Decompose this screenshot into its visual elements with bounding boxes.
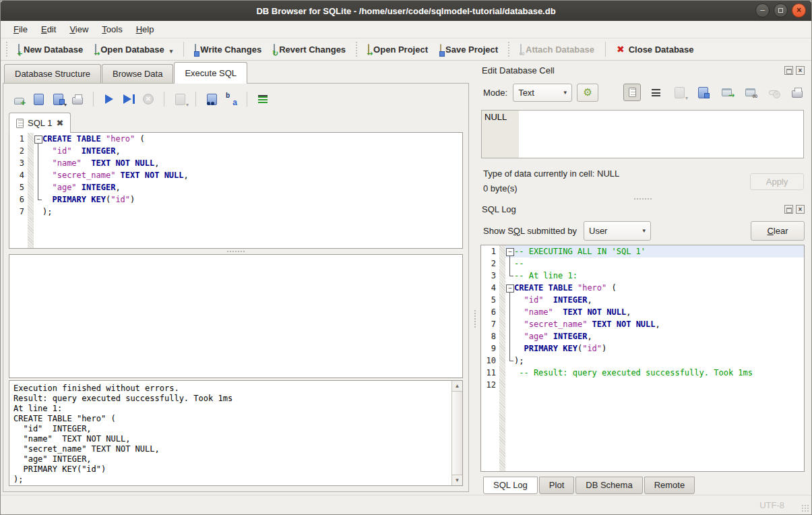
toolbar-drag-handle[interactable] (507, 42, 511, 57)
fold-marker-icon[interactable] (34, 133, 42, 145)
vertical-splitter[interactable] (472, 61, 478, 495)
resize-grip[interactable] (802, 505, 809, 512)
tab-remote[interactable]: Remote (644, 477, 695, 494)
close-icon[interactable]: × (792, 3, 806, 18)
link-button[interactable]: ∞ (741, 84, 759, 101)
edit-cell-dock-header[interactable]: Edit Database Cell × (479, 63, 806, 78)
encoding-indicator[interactable]: UTF-8 (759, 500, 784, 510)
open-database-button[interactable]: → Open Database ▾ (89, 42, 179, 57)
sql-log-view[interactable]: 1-- EXECUTING ALL IN 'SQL 1'2--3-- At li… (480, 245, 805, 472)
import-data-button[interactable]: ▾ (670, 84, 688, 101)
sql-log-dock-header[interactable]: SQL Log × (479, 202, 806, 216)
stop-icon: ✕ (143, 94, 154, 104)
open-external-button[interactable]: → (718, 84, 735, 101)
save-results-button[interactable]: ▾ (171, 90, 189, 108)
code-line[interactable]: 4 "secret_name" TEXT NOT NULL, (9, 169, 462, 181)
toolbar-drag-handle[interactable] (5, 42, 9, 57)
close-dock-icon[interactable]: × (796, 66, 805, 75)
print-sql-button[interactable] (69, 90, 86, 108)
format-sql-button[interactable] (254, 90, 272, 108)
scroll-up-icon[interactable]: ▲ (452, 381, 462, 391)
execute-current-line-button[interactable] (120, 90, 137, 108)
write-changes-icon (195, 44, 196, 55)
save-sql-file-button[interactable]: ▾ (49, 90, 67, 108)
float-dock-icon[interactable] (784, 66, 793, 75)
clear-log-button[interactable]: Clear (751, 221, 805, 241)
code-line[interactable]: 4CREATE TABLE "hero" ( (481, 282, 804, 294)
word-wrap-button[interactable] (647, 84, 664, 101)
float-dock-icon[interactable] (784, 205, 793, 214)
export-data-button[interactable] (694, 84, 712, 101)
code-line[interactable]: 12 (481, 379, 804, 391)
tab-browse-data[interactable]: Browse Data (102, 64, 173, 83)
vertical-scrollbar[interactable]: ▲ ▼ (451, 381, 462, 485)
stop-execution-button[interactable]: ✕ (139, 90, 157, 108)
horizontal-splitter[interactable] (9, 249, 463, 254)
tab-sql-log[interactable]: SQL Log (483, 477, 538, 494)
close-database-button[interactable]: ✖ Close Database (611, 41, 700, 57)
minimize-icon[interactable]: – (755, 3, 770, 18)
new-sql-tab-button[interactable]: + (10, 90, 28, 108)
tab-plot[interactable]: Plot (539, 477, 574, 494)
execution-log-pane[interactable]: Execution finished without errors. Resul… (9, 380, 463, 486)
set-null-button[interactable] (765, 84, 782, 101)
code-line[interactable]: 2-- (481, 258, 804, 270)
code-line[interactable]: 1-- EXECUTING ALL IN 'SQL 1' (481, 245, 804, 258)
tab-db-schema[interactable]: DB Schema (575, 477, 642, 494)
scroll-down-icon[interactable]: ▼ (452, 475, 462, 485)
menu-view[interactable]: View (63, 22, 94, 36)
code-line[interactable]: 8 "age" INTEGER, (481, 330, 804, 342)
sql-doc-tab[interactable]: SQL 1 ✖ (9, 113, 71, 133)
scrollbar-thumb[interactable] (452, 391, 462, 475)
open-project-button[interactable]: → Open Project (362, 42, 434, 57)
replace-button[interactable]: ba (222, 90, 240, 108)
tab-execute-sql[interactable]: Execute SQL (174, 62, 247, 84)
revert-changes-button[interactable]: ↻ Revert Changes (268, 42, 352, 57)
dropdown-caret-icon[interactable]: ▾ (170, 48, 173, 55)
write-changes-button[interactable]: Write Changes (189, 42, 268, 57)
mode-select[interactable]: Text ▾ (513, 84, 572, 102)
code-line[interactable]: 5 "id" INTEGER, (481, 294, 804, 306)
text-mode-button[interactable] (623, 84, 641, 101)
code-line[interactable]: 3 "name" TEXT NOT NULL, (9, 157, 462, 169)
menu-help[interactable]: Help (130, 22, 160, 36)
cell-value-editor[interactable]: NULL (481, 110, 804, 158)
maximize-icon[interactable] (774, 3, 788, 18)
open-sql-file-button[interactable] (30, 90, 47, 108)
close-dock-icon[interactable]: × (796, 205, 805, 214)
find-button[interactable] (203, 90, 220, 108)
fold-marker-icon[interactable] (505, 282, 514, 294)
code-line[interactable]: 1CREATE TABLE "hero" ( (9, 133, 462, 145)
auto-switch-mode-button[interactable]: ⚙ (577, 84, 598, 102)
new-database-button[interactable]: + New Database (12, 42, 89, 57)
code-line[interactable]: 7); (9, 206, 462, 218)
code-line[interactable]: 3-- At line 1: (481, 270, 804, 282)
menu-edit[interactable]: Edit (35, 22, 62, 36)
dropdown-caret-icon[interactable]: ▾ (64, 102, 67, 108)
fold-marker-icon[interactable] (505, 245, 514, 258)
submitted-by-select[interactable]: User ▾ (584, 221, 651, 241)
code-line[interactable]: 9 PRIMARY KEY("id") (481, 342, 804, 355)
tab-database-structure[interactable]: Database Structure (4, 64, 101, 83)
menu-tools[interactable]: Tools (96, 22, 128, 36)
execute-all-button[interactable] (100, 90, 118, 108)
results-grid-pane[interactable] (9, 254, 463, 378)
menu-file[interactable]: File (7, 22, 34, 36)
sql-editor[interactable]: 1CREATE TABLE "hero" (2 "id" INTEGER,3 "… (9, 132, 463, 249)
code-line[interactable]: 7 "secret_name" TEXT NOT NULL, (481, 318, 804, 330)
code-line[interactable]: 6 PRIMARY KEY("id") (9, 193, 462, 206)
code-line[interactable]: 5 "age" INTEGER, (9, 181, 462, 193)
code-line[interactable]: 2 "id" INTEGER, (9, 145, 462, 157)
close-tab-icon[interactable]: ✖ (56, 118, 63, 128)
apply-button[interactable]: Apply (750, 173, 804, 190)
code-line[interactable]: 11 -- Result: query executed successfull… (481, 367, 804, 379)
code-line[interactable]: 10); (481, 355, 804, 367)
code-line[interactable]: 6 "name" TEXT NOT NULL, (481, 306, 804, 318)
line-number: 11 (481, 367, 499, 379)
save-project-button[interactable]: Save Project (434, 42, 504, 57)
titlebar[interactable]: DB Browser for SQLite - /home/user/code/… (1, 1, 811, 21)
toolbar-drag-handle[interactable] (354, 42, 359, 57)
attach-database-button[interactable]: ∞ Attach Database (514, 42, 600, 57)
print-cell-button[interactable] (788, 84, 806, 101)
dock-splitter[interactable] (479, 196, 806, 202)
